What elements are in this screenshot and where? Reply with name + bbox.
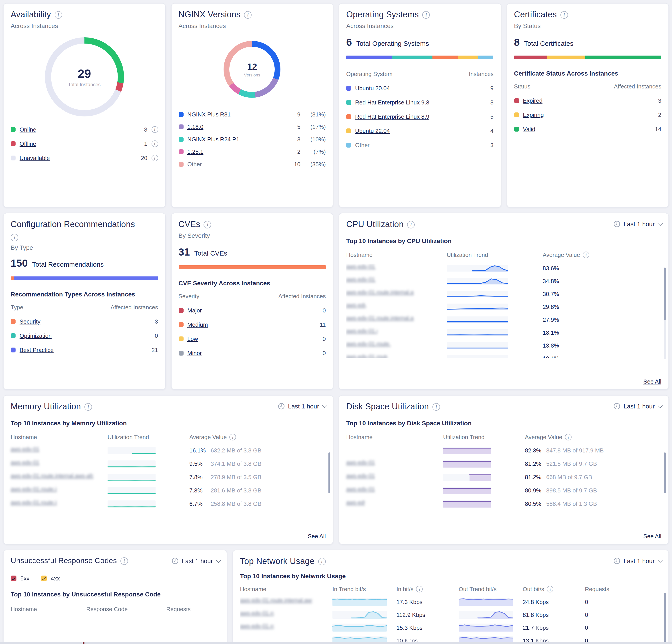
hostname-link-blurred[interactable]: aws-edv-01.route.internal.aws-afc-xx-172… [346, 289, 414, 296]
checkbox-checked[interactable] [41, 575, 47, 581]
hostname-link-blurred[interactable]: aws-edv-01.route.internal.aws-afc-xx-172… [240, 623, 274, 630]
legend-link-version[interactable]: 1.18.0 [187, 123, 203, 130]
donut-center-label: Versions [244, 72, 260, 77]
hostname-link-blurred[interactable]: aws-edv-01.route.internal.aws-afc-xx-172… [346, 499, 365, 506]
hostname-link-blurred[interactable]: aws-edv-01.route.internal.aws-afc-xx-172… [346, 473, 375, 480]
cert-link-valid[interactable]: Valid [523, 126, 535, 132]
scrollbar-track[interactable] [664, 267, 666, 359]
legend-swatch [346, 86, 351, 91]
operating-systems-card: Operating Systems i Across Instances 6 T… [339, 3, 501, 207]
info-icon[interactable]: i [11, 234, 18, 241]
os-link[interactable]: Ubuntu 20.04 [355, 85, 390, 92]
hostname-link-blurred[interactable]: aws-edv-01.route.internal.aws-afc-xx-172… [346, 486, 375, 493]
cert-link-expired[interactable]: Expired [523, 97, 542, 104]
info-icon[interactable]: i [151, 141, 158, 147]
page-horizontal-scrollbar[interactable] [0, 642, 672, 644]
os-link[interactable]: Red Hat Enterprise Linux 9.3 [355, 99, 429, 106]
hostname-link-blurred[interactable]: aws-edv-01.route.internal.aws-afc-xx-172… [11, 499, 57, 506]
donut-center-label: Total Instances [68, 82, 101, 87]
filter-4xx-checkbox[interactable]: 4xx [41, 575, 60, 582]
cve-link-minor[interactable]: Minor [187, 350, 202, 356]
cve-count: 0 [323, 307, 326, 314]
info-icon[interactable]: i [84, 403, 92, 410]
hostname-link-blurred[interactable]: aws-edv-01.route.internal.aws-afc-xx-172… [346, 264, 375, 271]
cve-link-medium[interactable]: Medium [187, 321, 208, 328]
os-link[interactable]: Red Hat Enterprise Linux 8.9 [355, 113, 429, 120]
cve-link-major[interactable]: Major [187, 307, 202, 314]
see-all-link[interactable]: See All [308, 533, 326, 539]
hostname-link-blurred[interactable]: aws-edv-01.route.internal.aws-afc-xx-172… [11, 459, 39, 466]
out-trend-sparkline [459, 598, 513, 606]
table-row: aws-edv-01.route.internal.aws-afc-xx-172… [240, 623, 661, 632]
info-icon[interactable]: i [55, 11, 62, 19]
out-bits-value: 21.7 Kbps [523, 624, 575, 631]
hostname-link-blurred[interactable]: aws-edv-01.route.internal.aws-afc-xx-172… [240, 597, 312, 605]
info-icon[interactable]: i [547, 586, 554, 593]
hostname-link-blurred[interactable]: aws-edv-01.route.internal.aws-afc-xx-172… [346, 315, 414, 322]
see-all-link[interactable]: See All [643, 533, 661, 539]
scrollbar-thumb[interactable] [664, 593, 666, 644]
time-range-select[interactable]: Last 1 hour [613, 220, 661, 228]
time-range-select[interactable]: Last 1 hour [613, 403, 661, 410]
info-icon[interactable]: i [432, 403, 440, 410]
memory-table: aws-edv-01.route.internal.aws-afc-xx-172… [11, 446, 326, 509]
total-label: Total Recommendations [32, 260, 104, 268]
info-icon[interactable]: i [151, 155, 158, 161]
utilization-sparkline [108, 474, 156, 481]
cert-link-expiring[interactable]: Expiring [523, 111, 544, 118]
legend-row: 1.25.1 2 (7%) [178, 148, 326, 155]
os-link[interactable]: Ubuntu 22.04 [355, 128, 390, 134]
average-value: 81.2% [525, 461, 546, 467]
hostname-link-blurred[interactable]: aws-edv-01.route.internal.aws-afc-xx-172… [11, 446, 39, 453]
legend-link-version[interactable]: NGINX Plus R31 [187, 111, 231, 118]
table-row: aws-edv-01.route.internal.aws-afc-xx-172… [346, 486, 661, 495]
hostname-link-blurred[interactable]: aws-edv-01.route.internal.aws-afc-xx-172… [346, 354, 387, 358]
utilization-sparkline [108, 500, 156, 507]
cve-link-low[interactable]: Low [187, 336, 198, 342]
hostname-link-blurred[interactable]: aws-edv-01.route.internal.aws-afc-xx-172… [11, 486, 57, 493]
info-icon[interactable]: i [565, 434, 572, 440]
legend-link-version[interactable]: NGINX Plus R24 P1 [187, 136, 239, 143]
info-icon[interactable]: i [204, 220, 211, 228]
scrollbar-thumb[interactable] [664, 267, 666, 320]
scrollbar-thumb[interactable] [328, 452, 330, 493]
rec-link-security[interactable]: Security [20, 318, 40, 325]
rec-link-best-practice[interactable]: Best Practice [20, 347, 53, 353]
hostname-link-blurred[interactable]: aws-edv-01.route.internal.aws-afc-xx-172… [346, 459, 375, 466]
legend-link-offline[interactable]: Offline [20, 141, 36, 147]
hostname-link-blurred[interactable]: aws-edv-01.route.internal.aws-afc-xx-172… [240, 610, 274, 617]
legend-link-version[interactable]: 1.25.1 [187, 148, 203, 155]
info-icon[interactable]: i [560, 11, 568, 19]
checkbox-checked[interactable] [11, 575, 16, 581]
time-range-select[interactable]: Last 1 hour [613, 557, 661, 564]
time-range-select[interactable]: Last 1 hour [278, 403, 326, 410]
card-title: Certificates [514, 10, 557, 20]
cert-count: 2 [658, 111, 661, 118]
info-icon[interactable]: i [120, 557, 128, 565]
legend-link-unavailable[interactable]: Unavailable [20, 155, 50, 161]
see-all-link[interactable]: See All [643, 378, 661, 385]
filter-5xx-checkbox[interactable]: 5xx [11, 575, 29, 582]
rec-link-optimization[interactable]: Optimization [20, 332, 52, 339]
info-icon[interactable]: i [151, 126, 158, 133]
info-icon[interactable]: i [244, 11, 252, 19]
hostname-link-blurred[interactable]: aws-edv-01.route.internal.aws-afc-xx-172… [11, 473, 93, 480]
column-header: Operating System [346, 71, 393, 77]
hostname-link-blurred[interactable]: aws-edv-01.route.internal.aws-afc-xx-172… [346, 328, 377, 335]
legend-link-online[interactable]: Online [20, 126, 36, 133]
chevron-down-icon [322, 403, 327, 408]
info-icon[interactable]: i [407, 220, 415, 228]
hostname-link-blurred[interactable]: aws-edv-01.route.internal.aws-afc-xx-172… [346, 341, 391, 348]
card-subtitle: Across Instances [11, 22, 158, 29]
info-icon[interactable]: i [229, 434, 236, 440]
hostname-link-blurred[interactable]: aws-edv-01.route.internal.aws-afc-xx-172… [346, 276, 375, 284]
legend-row: 1.18.0 5 (17%) [178, 123, 326, 130]
time-range-select[interactable]: Last 1 hour [171, 557, 219, 564]
scrollbar-thumb[interactable] [664, 452, 666, 493]
info-icon[interactable]: i [318, 558, 326, 565]
hostname-link-blurred[interactable]: aws-edv-01.route.internal.aws-afc-xx-172… [346, 302, 366, 309]
info-icon[interactable]: i [583, 252, 589, 258]
info-icon[interactable]: i [416, 586, 423, 593]
legend-pct: (35%) [304, 161, 326, 168]
info-icon[interactable]: i [422, 11, 430, 19]
